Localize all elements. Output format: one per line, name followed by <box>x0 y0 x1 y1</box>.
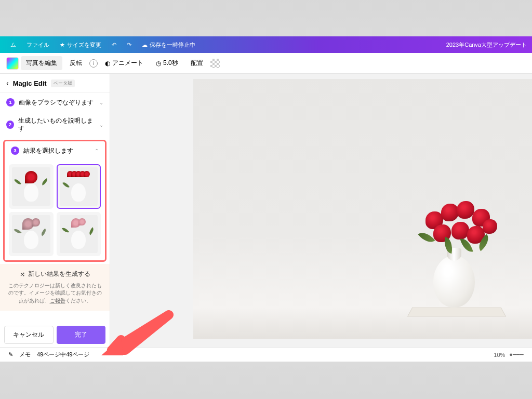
top-menu-bar: ム ファイル ★ サイズを変更 ↶ ↷ ☁ 保存を一時停止中 2023年Canv… <box>0 36 532 53</box>
result-option-3[interactable] <box>9 212 54 257</box>
report-link[interactable]: ご報告 <box>50 298 65 303</box>
done-button[interactable]: 完了 <box>57 326 106 344</box>
home-menu[interactable]: ム <box>5 41 21 49</box>
duration-button[interactable]: ◷ 5.0秒 <box>151 56 183 70</box>
chevron-down-icon: ⌄ <box>99 122 103 128</box>
duration-label: 5.0秒 <box>163 59 178 68</box>
save-status-label: 保存を一時停止中 <box>150 41 195 49</box>
step-3[interactable]: 3 結果を選択します ⌃ <box>5 141 105 160</box>
color-swatch[interactable] <box>6 57 19 70</box>
animate-label: アニメート <box>112 59 143 68</box>
disclaimer-suffix: ください。 <box>65 298 91 303</box>
save-status: ☁ 保存を一時停止中 <box>137 41 201 49</box>
notes-button[interactable]: メモ <box>19 351 31 358</box>
vase-image <box>418 214 490 308</box>
step-1-label: 画像をブラシでなぞります <box>19 99 94 107</box>
pedestal-decor <box>407 307 506 316</box>
context-toolbar: 写真を編集 反転 i ◐ アニメート ◷ 5.0秒 配置 <box>0 53 532 74</box>
results-grid <box>5 160 105 260</box>
step-1-number: 1 <box>6 98 15 107</box>
bottom-status-bar: ✎ メモ 49ページ中49ページ 10% ●━━━ <box>0 347 532 362</box>
results-highlight: 3 結果を選択します ⌃ <box>3 140 107 262</box>
generate-section: ⤨ 新しい結果を生成する このテクノロジーは新しく改良されたものです。イメージを… <box>0 264 110 311</box>
file-menu[interactable]: ファイル <box>21 41 55 49</box>
notes-icon[interactable]: ✎ <box>8 351 13 358</box>
flip-button[interactable]: 反転 <box>64 56 87 70</box>
resize-menu[interactable]: ★ サイズを変更 <box>55 41 107 49</box>
undo-button[interactable]: ↶ <box>107 42 122 48</box>
chevron-down-icon: ⌄ <box>99 100 103 105</box>
shuffle-icon: ⤨ <box>20 271 25 278</box>
resize-label: サイズを変更 <box>67 41 101 49</box>
chevron-up-icon: ⌃ <box>95 148 99 154</box>
info-icon[interactable]: i <box>89 59 98 68</box>
redo-button[interactable]: ↷ <box>122 42 137 48</box>
announcement[interactable]: 2023年Canva大型アップデート <box>446 41 527 49</box>
back-icon[interactable]: ‹ <box>6 79 9 87</box>
result-option-4[interactable] <box>57 212 101 257</box>
step-3-label: 結果を選択します <box>23 147 73 155</box>
canvas-image[interactable] <box>193 79 532 339</box>
animate-button[interactable]: ◐ アニメート <box>100 56 149 70</box>
zoom-slider[interactable]: ●━━━ <box>509 351 524 358</box>
step-2[interactable]: 2 生成したいものを説明します ⌄ <box>0 112 110 138</box>
zoom-level[interactable]: 10% <box>494 352 505 358</box>
generate-label: 新しい結果を生成する <box>28 270 90 278</box>
edit-photo-button[interactable]: 写真を編集 <box>21 56 62 70</box>
position-button[interactable]: 配置 <box>185 56 208 70</box>
generate-new-button[interactable]: ⤨ 新しい結果を生成する <box>6 270 103 278</box>
step-2-label: 生成したいものを説明します <box>18 117 95 132</box>
transparency-icon[interactable] <box>210 59 220 68</box>
result-option-2[interactable] <box>57 164 101 209</box>
magic-edit-sidebar: ‹ Magic Edit ベータ版 1 画像をブラシでなぞります ⌄ 2 生成し… <box>0 74 110 347</box>
step-3-number: 3 <box>11 147 19 155</box>
step-1[interactable]: 1 画像をブラシでなぞります ⌄ <box>0 93 110 112</box>
canvas-area[interactable] <box>110 74 532 347</box>
page-indicator[interactable]: 49ページ中49ページ <box>37 351 89 358</box>
step-2-number: 2 <box>6 121 14 129</box>
sidebar-title: Magic Edit <box>13 79 47 87</box>
sidebar-actions: キャンセル 完了 <box>0 323 110 347</box>
result-option-1[interactable] <box>9 164 54 209</box>
disclaimer-text: このテクノロジーは新しく改良されたものです。イメージを確認してお気付きの点があれ… <box>6 282 103 304</box>
cancel-button[interactable]: キャンセル <box>4 326 54 344</box>
beta-badge: ベータ版 <box>51 79 75 87</box>
